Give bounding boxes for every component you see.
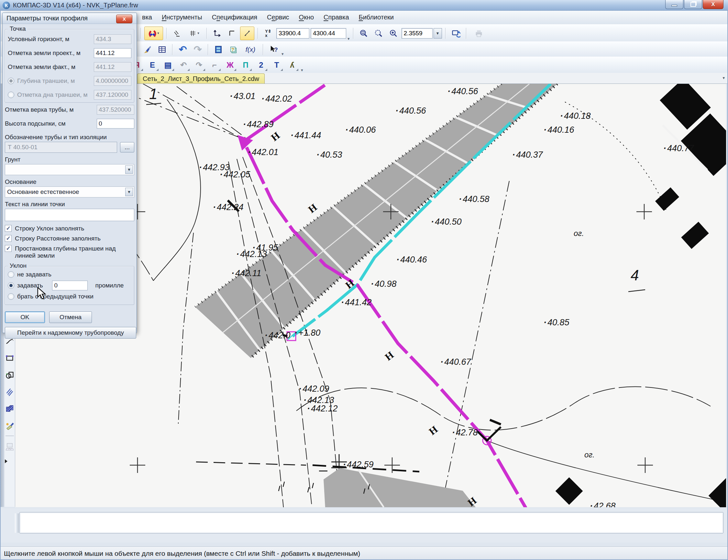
profile-step-icon-button[interactable]: ⌐ [208,59,221,72]
refresh-view-button[interactable] [449,27,463,40]
menu-item-нструменты[interactable]: Инструменты [157,12,207,23]
redo-button[interactable]: ↷ [191,43,205,56]
slope-tool-icon-button[interactable]: 2 [254,59,268,72]
menu-item-кно[interactable]: Окно [294,12,319,23]
cancel-button[interactable]: Отмена [49,311,92,323]
spec-table-button[interactable] [155,43,169,56]
fx-button[interactable]: f(x) [241,43,260,56]
radio-не задавать[interactable] [8,271,14,278]
point-snap-button[interactable] [240,27,254,40]
zoom-scale-dropdown[interactable]: ▼ [433,28,442,39]
base-combo[interactable]: Основание естественное ▼ [5,186,134,197]
hatch-area-button[interactable] [5,403,15,414]
zoom-in-button[interactable] [386,27,400,40]
measure-tool-button[interactable] [5,420,15,431]
chevron-down-icon[interactable]: ▼ [125,188,133,196]
road-band [195,84,557,358]
walk-profile-icon-button[interactable]: ʎ [286,59,299,72]
menu-item-вка[interactable]: вка [137,12,157,23]
dialog-close-button[interactable]: X [116,15,132,23]
zoom-document-icon [360,29,368,38]
x-coordinate-input[interactable] [276,28,309,39]
grid-button[interactable]: ▾ [185,27,203,40]
tab-list-chevron-icon[interactable]: ▾ [722,75,725,80]
variables-button[interactable]: ? [227,43,240,56]
field-value-input[interactable]: 441.12 [94,48,131,58]
table-icon [158,45,166,54]
ok-button[interactable]: OK [5,311,45,323]
crossing-utilities-icon-button[interactable]: Ж [223,59,237,72]
redo-macro-icon-button[interactable]: ↷ [192,59,206,72]
zoom-selection-button[interactable] [372,27,385,40]
undo-button[interactable]: ↶ [176,43,190,56]
menu-item-рвис[interactable]: Сервис [262,12,294,23]
checkbox[interactable]: ✓ [5,245,12,252]
slope-option-label: не задавать [17,271,51,278]
context-help-button[interactable]: ? [267,43,280,56]
radio-брать с предыдущей точки[interactable] [8,293,14,300]
restore-button[interactable] [684,0,702,9]
close-button[interactable]: X [703,0,723,9]
browse-button[interactable]: ... [120,142,134,152]
minimize-button[interactable] [665,0,683,9]
buildings [555,84,726,507]
dropdown-corner-icon [141,69,143,71]
stamp-tool-button[interactable] [5,441,15,452]
checkbox[interactable]: ✓ [5,225,12,232]
radio-задавать[interactable] [8,282,14,289]
dialog-title: Параметры точки профиля [6,15,88,22]
dialog-field-row: Высота подсыпки, см0 [5,117,134,130]
elevation-mark-tool-icon-button[interactable]: Е [146,59,159,72]
dialog-field-row: Условный горизонт, м434.3 [8,32,131,46]
copy-objects-icon-button[interactable]: ▤ [161,59,175,72]
dropdown-corner-icon [187,69,190,71]
copy-properties-button[interactable] [140,43,154,56]
field-value-input: 434.3 [94,34,131,44]
toolbar-overflow-icon[interactable]: ▾ [348,36,350,41]
toolbar-overflow-icon[interactable]: ▾ [301,68,303,73]
collect-objects-button[interactable] [5,369,15,380]
checkbox[interactable]: ✓ [5,235,12,242]
zoom-scale-input[interactable] [401,28,432,39]
dropdown-corner-icon [250,69,252,71]
field-value-input: 437.120000 [94,90,131,100]
pipe-tool-icon-button[interactable]: Т [270,59,284,72]
slope-value-input[interactable]: 0 [52,281,88,290]
zoom-page-button[interactable] [357,27,370,40]
coords-mode-button[interactable]: Y⇕x [262,27,275,40]
chevron-down-icon[interactable]: ▼ [125,165,133,174]
snap-magnet-button[interactable]: ▾ [144,27,163,40]
y-coordinate-input[interactable] [311,28,346,39]
dropdown-corner-icon [265,69,267,71]
radio-Глубина траншеи, м[interactable] [8,78,14,84]
menu-item-ецификация[interactable]: Спецификация [207,12,262,23]
kompas-app-icon: К [3,2,10,9]
panel-expand-icon[interactable] [5,459,7,463]
property-panel [0,508,728,543]
menu-item-правка[interactable]: Справка [319,12,354,23]
print-preview-button[interactable] [470,27,488,40]
right-angle-icon [228,29,236,37]
line-text-input[interactable] [5,209,134,221]
ortho-button[interactable] [225,27,239,40]
undo-macro-icon-button[interactable]: ↶ [177,59,190,72]
profile-sheet-icon-button[interactable]: П [239,59,252,72]
parallel-hatch-button[interactable] [5,386,15,397]
menu-item-иблиотеки[interactable]: Библиотеки [354,12,398,23]
field-label: Глубина траншеи, м [17,77,94,84]
parallel-snap-button[interactable] [170,27,184,40]
field-value-input[interactable]: 0 [97,119,134,129]
local-csys-button[interactable] [210,27,224,40]
status-bar: Щелкните левой кнопкой мыши на объекте д… [0,546,728,560]
slope-unit-label: промилле [95,282,124,289]
toolbar-overflow-icon[interactable]: ▾ [282,51,284,56]
dialog-close-icon: X [123,16,126,22]
library-manager-button[interactable] [212,43,225,56]
property-panel-field[interactable] [19,512,723,533]
radio-Отметка дна траншеи, м[interactable] [8,92,14,98]
rectangle-tool-button[interactable] [5,353,15,364]
document-tab[interactable]: Сеть_2_Лист_3_Профиль_Сеть_2.cdw [137,73,265,84]
soil-combo[interactable]: ▼ [5,164,134,175]
goto-overhead-button[interactable]: Перейти к надземному трубопроводу [5,327,136,339]
property-panel-grip[interactable] [15,513,18,533]
